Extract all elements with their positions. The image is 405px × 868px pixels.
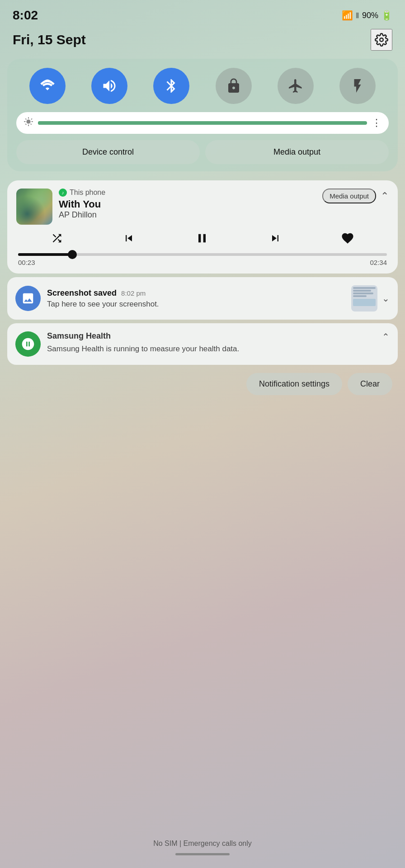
- action-row: Device control Media output: [16, 140, 389, 164]
- music-right: Media output ⌃: [322, 189, 389, 203]
- health-icon-circle: [15, 331, 41, 357]
- music-info: ♪ This phone With You AP Dhillon: [59, 189, 105, 220]
- no-sim-text: No SIM | Emergency calls only: [0, 840, 405, 848]
- home-indicator[interactable]: [175, 853, 230, 855]
- media-output-button[interactable]: Media output: [205, 140, 389, 164]
- screenshot-notif-body: Screenshot saved 8:02 pm Tap here to see…: [47, 288, 345, 309]
- brightness-control: ⋮: [16, 112, 389, 134]
- health-text-block: Samsung Health Samsung Health is running…: [47, 331, 376, 354]
- battery-icon: 🔋: [381, 10, 392, 21]
- date-row: Fri, 15 Sept: [0, 26, 405, 59]
- pause-button[interactable]: [195, 231, 209, 249]
- progress-times: 00:23 02:34: [18, 259, 387, 266]
- lock-rotation-toggle[interactable]: [216, 68, 252, 104]
- music-source-text: This phone: [70, 189, 105, 197]
- signal-icon: ⦀: [356, 11, 359, 20]
- media-output-badge[interactable]: Media output: [322, 189, 376, 203]
- next-button[interactable]: [269, 232, 282, 248]
- current-time: 00:23: [18, 259, 35, 266]
- screenshot-notification[interactable]: Screenshot saved 8:02 pm Tap here to see…: [7, 277, 398, 320]
- progress-track[interactable]: [18, 253, 387, 256]
- music-left: ♪ This phone With You AP Dhillon: [16, 189, 105, 225]
- svg-point-0: [380, 38, 383, 42]
- music-artist: AP Dhillon: [59, 210, 105, 220]
- shuffle-button[interactable]: [51, 232, 63, 248]
- notification-settings-button[interactable]: Notification settings: [246, 373, 342, 395]
- wifi-status-icon: 📶: [342, 10, 353, 21]
- screenshot-time: 8:02 pm: [121, 289, 146, 297]
- progress-row: 00:23 02:34: [18, 253, 387, 266]
- screenshot-right: ⌄: [351, 285, 390, 311]
- battery-text: 90%: [362, 11, 378, 20]
- screenshot-thumbnail: [351, 285, 377, 311]
- progress-thumb: [68, 250, 77, 259]
- music-controls: [16, 231, 389, 249]
- music-player-card: ♪ This phone With You AP Dhillon Media o…: [7, 180, 398, 274]
- bottom-footer: No SIM | Emergency calls only: [0, 840, 405, 855]
- collapse-player-button[interactable]: ⌃: [381, 190, 389, 202]
- sound-toggle[interactable]: [91, 68, 127, 104]
- progress-fill: [18, 253, 73, 256]
- health-title: Samsung Health: [47, 331, 376, 341]
- bluetooth-toggle[interactable]: [153, 68, 189, 104]
- screenshot-title: Screenshot saved: [47, 288, 117, 298]
- bottom-actions: Notification settings Clear: [0, 367, 405, 401]
- music-title: With You: [59, 198, 105, 210]
- spotify-icon: ♪: [59, 189, 67, 197]
- more-brightness-options[interactable]: ⋮: [372, 117, 381, 129]
- favorite-button[interactable]: [341, 231, 354, 248]
- clear-button[interactable]: Clear: [348, 373, 392, 395]
- brightness-fill: [38, 121, 137, 125]
- health-collapse-icon[interactable]: ⌃: [382, 331, 390, 342]
- brightness-icon: [24, 117, 33, 129]
- health-description: Samsung Health is running to measure you…: [47, 344, 376, 354]
- total-time: 02:34: [370, 259, 387, 266]
- device-control-button[interactable]: Device control: [16, 140, 200, 164]
- status-bar: 8:02 📶 ⦀ 90% 🔋: [0, 0, 405, 26]
- flashlight-toggle[interactable]: [339, 68, 376, 104]
- previous-button[interactable]: [122, 232, 135, 248]
- wifi-toggle[interactable]: [29, 68, 66, 104]
- screenshot-description: Tap here to see your screenshot.: [47, 300, 345, 309]
- music-source: ♪ This phone: [59, 189, 105, 197]
- samsung-health-notification[interactable]: Samsung Health Samsung Health is running…: [7, 323, 398, 365]
- notifications-area: ♪ This phone With You AP Dhillon Media o…: [7, 180, 398, 367]
- status-icons: 📶 ⦀ 90% 🔋: [342, 10, 392, 21]
- music-header: ♪ This phone With You AP Dhillon Media o…: [16, 189, 389, 225]
- airplane-toggle[interactable]: [278, 68, 314, 104]
- date-text: Fri, 15 Sept: [13, 32, 86, 47]
- toggle-row: [16, 68, 389, 104]
- screenshot-title-row: Screenshot saved 8:02 pm: [47, 288, 345, 298]
- status-time: 8:02: [13, 8, 38, 23]
- screenshot-icon-circle: [15, 286, 41, 311]
- brightness-track[interactable]: [38, 121, 367, 125]
- album-art: [16, 189, 52, 225]
- album-art-visual: [16, 189, 52, 225]
- quick-panel: ⋮ Device control Media output: [7, 59, 398, 171]
- settings-icon-button[interactable]: [371, 29, 392, 51]
- screenshot-expand-icon[interactable]: ⌄: [382, 293, 390, 304]
